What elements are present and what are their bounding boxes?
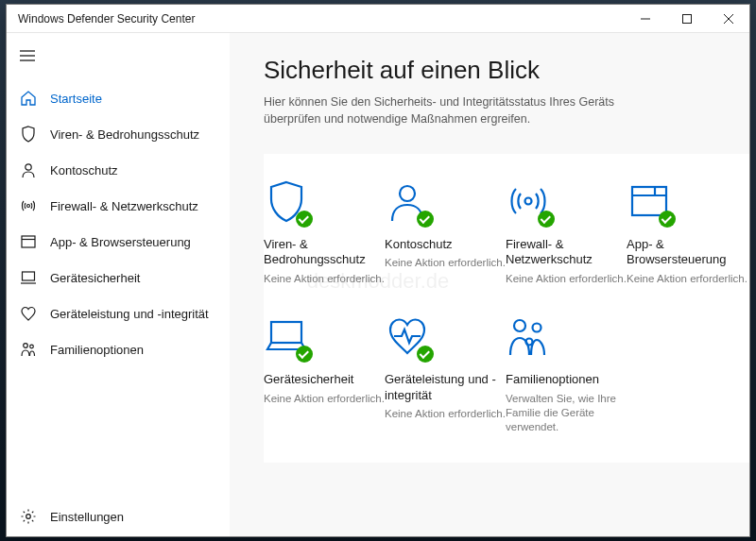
main-content: Sicherheit auf einen Blick Hier können S… [230,33,749,536]
tile-title: Familienoptionen [506,372,627,387]
window-title: Windows Defender Security Center [18,12,195,25]
status-ok-icon [659,211,676,228]
tile-title: Geräteleistung und -integrität [385,372,506,403]
app-browser-icon [20,233,37,250]
svg-point-17 [525,198,532,205]
status-ok-icon [296,346,313,363]
sidebar-item-performance[interactable]: Geräteleistung und -integrität [7,296,230,331]
sidebar-item-family[interactable]: Familienoptionen [7,331,230,367]
maximize-button[interactable] [666,5,708,33]
home-icon [20,90,37,107]
sidebar-item-label: Kontoschutz [50,163,118,178]
tile-subtitle: Verwalten Sie, wie Ihre Familie die Gerä… [506,392,627,434]
sidebar-item-label: Firewall- & Netzwerkschutz [50,199,198,213]
sidebar-item-firewall[interactable]: Firewall- & Netzwerkschutz [7,188,230,224]
svg-rect-18 [632,187,666,215]
gear-icon [20,508,37,525]
account-icon [20,161,37,178]
svg-point-8 [27,205,30,208]
status-ok-icon [296,211,313,228]
sidebar-item-label: App- & Browsersteuerung [50,235,191,249]
sidebar-item-virus[interactable]: Viren- & Bedrohungsschutz [7,116,230,152]
tile-subtitle: Keine Aktion erforderlich. [506,272,627,286]
page-subtitle: Hier können Sie den Sicherheits- und Int… [264,94,642,127]
status-tiles: Viren- & Bedrohungsschutz Keine Aktion e… [264,154,749,463]
close-button[interactable] [708,5,749,33]
close-icon [724,14,733,24]
tile-title: App- & Browsersteuerung [627,237,747,268]
svg-point-13 [24,344,28,348]
tile-device[interactable]: Gerätesicherheit Keine Aktion erforderli… [264,313,385,433]
minimize-icon [641,14,650,24]
svg-rect-11 [23,272,35,280]
hamburger-button[interactable] [7,37,230,75]
health-icon [385,313,430,359]
sidebar-item-label: Familienoptionen [50,343,144,357]
svg-point-15 [26,515,31,519]
sidebar-item-label: Gerätesicherheit [50,271,140,285]
sidebar-item-appbrowser[interactable]: App- & Browsersteuerung [7,224,230,260]
health-icon [20,305,37,322]
svg-point-16 [400,186,415,201]
sidebar-item-account[interactable]: Kontoschutz [7,152,230,188]
tile-subtitle: Keine Aktion erforderlich. [385,407,506,421]
device-icon [20,269,37,286]
app-window: Windows Defender Security Center Startse… [6,4,750,537]
tile-subtitle: Keine Aktion erforderlich. [264,272,385,286]
minimize-button[interactable] [625,5,666,33]
svg-point-14 [30,345,34,348]
account-icon [385,178,430,224]
app-browser-icon [627,178,672,224]
titlebar: Windows Defender Security Center [7,5,749,33]
tile-virus[interactable]: Viren- & Bedrohungsschutz Keine Aktion e… [264,178,385,285]
sidebar-item-label: Startseite [50,92,102,106]
sidebar-item-label: Viren- & Bedrohungsschutz [50,127,199,142]
family-icon [20,341,37,358]
status-ok-icon [417,211,434,228]
sidebar-item-home[interactable]: Startseite [7,80,230,116]
tile-title: Viren- & Bedrohungsschutz [264,237,385,268]
svg-rect-21 [271,322,301,343]
tile-appbrowser[interactable]: App- & Browsersteuerung Keine Aktion erf… [627,178,747,285]
sidebar-item-label: Geräteleistung und -integrität [50,307,209,321]
tile-subtitle: Keine Aktion erforderlich. [627,272,747,286]
firewall-icon [20,197,37,214]
sidebar-item-label: Einstellungen [50,510,124,524]
tile-subtitle: Keine Aktion erforderlich. [385,256,506,270]
status-ok-icon [538,211,555,228]
tile-title: Firewall- & Netzwerkschutz [506,237,627,268]
tile-title: Gerätesicherheit [264,372,385,387]
sidebar: Startseite Viren- & Bedrohungsschutz Kon… [7,33,230,536]
tile-title: Kontoschutz [385,237,506,252]
device-icon [264,313,309,359]
svg-rect-9 [22,236,35,247]
svg-point-7 [26,164,31,170]
hamburger-icon [20,50,35,61]
sidebar-item-settings[interactable]: Einstellungen [7,497,230,536]
family-icon [506,313,551,359]
tile-performance[interactable]: Geräteleistung und -integrität Keine Akt… [385,313,506,433]
svg-point-22 [514,320,525,331]
tile-family[interactable]: Familienoptionen Verwalten Sie, wie Ihre… [506,313,627,433]
svg-rect-1 [683,14,692,23]
status-ok-icon [417,346,434,363]
tile-firewall[interactable]: Firewall- & Netzwerkschutz Keine Aktion … [506,178,627,285]
tile-subtitle: Keine Aktion erforderlich. [264,392,385,406]
firewall-icon [506,178,551,224]
page-title: Sicherheit auf einen Blick [264,56,749,85]
sidebar-item-device[interactable]: Gerätesicherheit [7,260,230,296]
svg-point-23 [533,324,541,332]
shield-icon [20,126,37,143]
tile-account[interactable]: Kontoschutz Keine Aktion erforderlich. [385,178,506,285]
maximize-icon [682,14,692,24]
shield-icon [264,178,309,224]
